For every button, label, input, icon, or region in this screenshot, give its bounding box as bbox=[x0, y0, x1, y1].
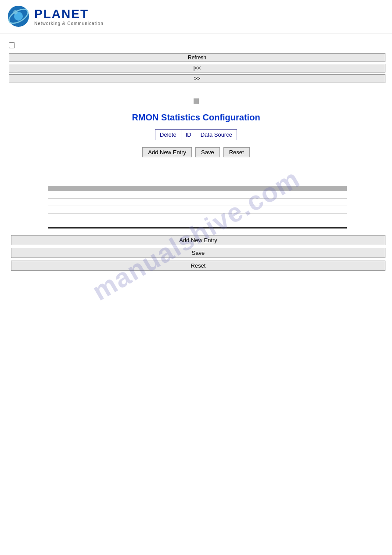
top-checkbox[interactable] bbox=[9, 42, 15, 48]
logo-text-group: PLANET Networking & Communication bbox=[34, 7, 104, 26]
header-delete: Delete bbox=[155, 130, 181, 140]
table-cell bbox=[198, 191, 347, 199]
logo-subtitle-label: Networking & Communication bbox=[34, 21, 104, 26]
logo-planet-label: PLANET bbox=[34, 7, 104, 21]
header-id: ID bbox=[181, 130, 196, 140]
prev-button[interactable]: |<< bbox=[9, 64, 385, 73]
logo-area: PLANET Networking & Communication bbox=[0, 0, 392, 33]
table-cell bbox=[198, 206, 347, 214]
reset-button-top[interactable]: Reset bbox=[223, 147, 250, 157]
next-button[interactable]: >> bbox=[9, 74, 385, 83]
svg-point-3 bbox=[13, 10, 18, 15]
logo-container: PLANET Networking & Communication bbox=[7, 4, 385, 29]
table-row bbox=[48, 191, 347, 199]
data-table bbox=[48, 186, 347, 229]
table-cell bbox=[48, 191, 198, 199]
table-cell bbox=[198, 199, 347, 206]
data-table-area bbox=[48, 186, 347, 229]
refresh-button[interactable]: Refresh bbox=[9, 53, 385, 62]
add-new-entry-button-bottom[interactable]: Add New Entry bbox=[11, 235, 385, 245]
col-header-2 bbox=[198, 186, 347, 191]
header-data-source: Data Source bbox=[196, 130, 237, 140]
scroll-indicator bbox=[194, 98, 199, 104]
table-row bbox=[48, 199, 347, 206]
save-button-top[interactable]: Save bbox=[195, 147, 220, 157]
top-controls: Refresh |<< >> bbox=[0, 40, 392, 85]
table-cell bbox=[198, 214, 347, 228]
main-content: RMON Statistics Configuration Delete ID … bbox=[0, 85, 392, 164]
bottom-buttons: Add New Entry Save Reset bbox=[4, 229, 392, 277]
action-buttons-row: Add New Entry Save Reset bbox=[142, 147, 249, 157]
nav-buttons: Refresh |<< >> bbox=[9, 53, 385, 83]
table-row bbox=[48, 214, 347, 228]
table-header-row: Delete ID Data Source bbox=[155, 129, 237, 140]
add-new-entry-button-top[interactable]: Add New Entry bbox=[142, 147, 192, 157]
save-button-bottom[interactable]: Save bbox=[11, 248, 385, 258]
planet-logo-icon bbox=[7, 4, 31, 29]
checkbox-area bbox=[9, 42, 385, 50]
reset-button-bottom[interactable]: Reset bbox=[11, 261, 385, 271]
table-row bbox=[48, 206, 347, 214]
table-cell bbox=[48, 206, 198, 214]
table-cell bbox=[48, 199, 198, 206]
page-title: RMON Statistics Configuration bbox=[132, 112, 260, 123]
table-cell bbox=[48, 214, 198, 228]
col-header-1 bbox=[48, 186, 198, 191]
